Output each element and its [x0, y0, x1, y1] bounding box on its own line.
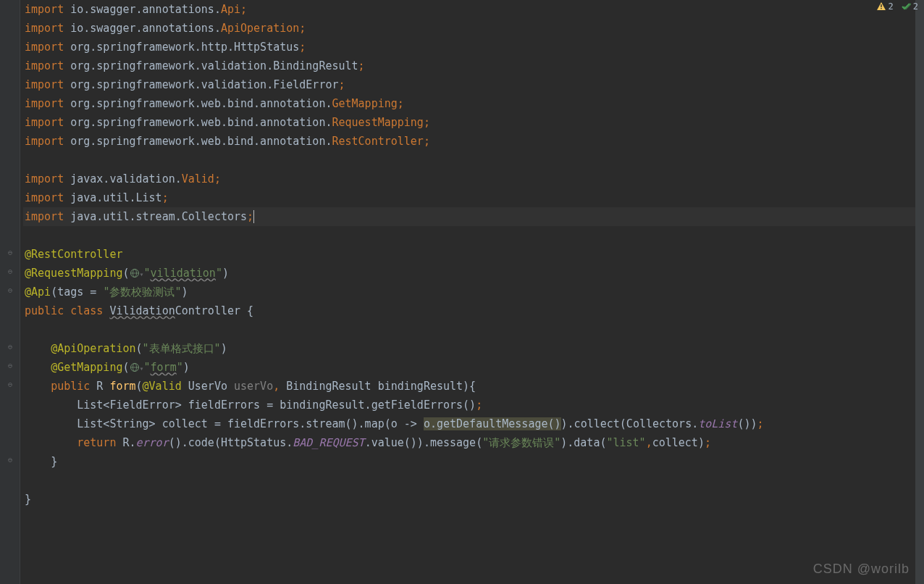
- code-line[interactable]: import java.util.List;: [23, 188, 924, 207]
- scrollbar[interactable]: [915, 0, 924, 584]
- code-line[interactable]: import javax.validation.Valid;: [23, 170, 924, 188]
- code-line[interactable]: import io.swagger.annotations.ApiOperati…: [23, 19, 924, 38]
- code-line[interactable]: import org.springframework.web.bind.anno…: [23, 132, 924, 151]
- svg-rect-6: [881, 4, 881, 7]
- code-area[interactable]: import io.swagger.annotations.Api;import…: [20, 0, 924, 584]
- code-line[interactable]: }: [23, 490, 924, 509]
- code-line[interactable]: List<FieldError> fieldErrors = bindingRe…: [23, 396, 924, 414]
- code-editor[interactable]: ⊖ ⊖ ⊖ ⊖ ⊖ ⊖ ⊖ import io.swagger.annotati…: [0, 0, 924, 584]
- code-line[interactable]: import org.springframework.validation.Fi…: [23, 75, 924, 94]
- code-line[interactable]: @Api(tags = "参数校验测试"): [23, 283, 924, 301]
- svg-rect-7: [881, 8, 881, 9]
- code-line[interactable]: public class VilidationController {: [23, 301, 924, 320]
- code-line[interactable]: public R form(@Valid UserVo userVo, Bind…: [23, 377, 924, 396]
- fold-icon[interactable]: ⊖: [4, 454, 16, 465]
- watermark: CSDN @worilb: [813, 562, 910, 577]
- warning-indicator[interactable]: 2: [876, 1, 894, 12]
- gutter: ⊖ ⊖ ⊖ ⊖ ⊖ ⊖ ⊖: [0, 0, 20, 584]
- code-line[interactable]: import io.swagger.annotations.Api;: [23, 0, 924, 19]
- code-line[interactable]: return R.error().code(HttpStatus.BAD_REQ…: [23, 433, 924, 452]
- code-line[interactable]: List<String> collect = fieldErrors.strea…: [23, 414, 924, 433]
- fold-icon[interactable]: ⊖: [4, 284, 16, 296]
- warning-icon: [876, 1, 886, 12]
- code-line[interactable]: import org.springframework.web.bind.anno…: [23, 94, 924, 113]
- code-line[interactable]: }: [23, 452, 924, 471]
- fold-icon[interactable]: ⊖: [4, 246, 16, 258]
- fold-icon[interactable]: ⊖: [4, 378, 16, 390]
- code-line[interactable]: @RestController: [23, 245, 924, 264]
- code-line[interactable]: [23, 471, 924, 490]
- inspection-indicators[interactable]: 2 2: [876, 1, 918, 12]
- code-line[interactable]: import org.springframework.web.bind.anno…: [23, 113, 924, 132]
- warning-count: 2: [889, 1, 894, 12]
- gutter-icon[interactable]: ⊖: [4, 359, 16, 371]
- code-line[interactable]: import org.springframework.validation.Bi…: [23, 57, 924, 75]
- code-line[interactable]: [23, 320, 924, 339]
- code-line[interactable]: import java.util.stream.Collectors;: [23, 207, 924, 226]
- code-line[interactable]: [23, 226, 924, 245]
- code-line[interactable]: @RequestMapping(▾"vilidation"): [23, 264, 924, 283]
- check-icon: [901, 1, 911, 12]
- fold-icon[interactable]: ⊖: [4, 341, 16, 352]
- code-line[interactable]: @GetMapping(▾"form"): [23, 358, 924, 377]
- code-line[interactable]: @ApiOperation("表单格式接口"): [23, 339, 924, 358]
- check-count: 2: [913, 1, 918, 12]
- check-indicator[interactable]: 2: [901, 1, 918, 12]
- fold-icon[interactable]: ⊖: [4, 265, 16, 277]
- code-line[interactable]: [23, 151, 924, 170]
- code-line[interactable]: import org.springframework.http.HttpStat…: [23, 38, 924, 57]
